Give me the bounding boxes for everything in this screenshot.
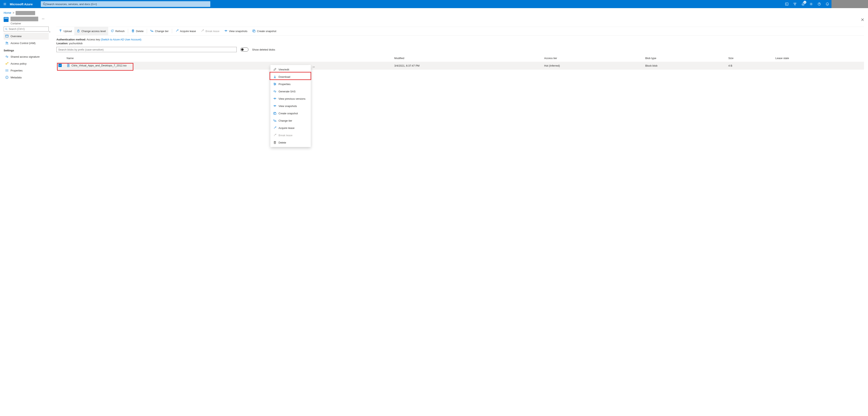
column-header[interactable]: Blob type [643, 55, 726, 62]
download-icon [273, 75, 277, 78]
feedback-button[interactable] [823, 0, 832, 8]
cell-blob-type: Block blob [643, 62, 726, 70]
context-menu: View/edit Download Properties Generate S… [270, 65, 311, 81]
blob-search-input[interactable] [56, 47, 237, 52]
sidebar-item-label: Properties [10, 69, 23, 72]
sidebar-item-access-control-iam-[interactable]: Access Control (IAM) [4, 39, 49, 47]
cell-size: 4 B [726, 62, 773, 70]
close-blade-button[interactable] [861, 18, 864, 22]
toolbar-button-label: Delete [136, 30, 144, 33]
sidebar: « Overview Access Control (IAM) Settings… [0, 27, 52, 81]
toolbar-separator [172, 29, 172, 33]
content: Upload Change access level Refresh Delet… [52, 27, 868, 81]
notifications-button[interactable]: 4 [799, 0, 807, 8]
global-search-input[interactable] [46, 3, 208, 6]
properties-icon [5, 69, 8, 72]
cell-access-tier: Hot (Inferred) [542, 62, 643, 70]
location-value: yuchunblob [69, 42, 83, 45]
toolbar-button-label: Refresh [115, 30, 125, 33]
cloud-shell-button[interactable] [783, 0, 791, 8]
column-header[interactable]: Lease state [773, 55, 864, 62]
breadcrumb-home[interactable]: Home [4, 11, 11, 14]
auth-method-line: Authentication method: Access key (Switc… [56, 38, 864, 41]
blob-table: NameModifiedAccess tierBlob typeSizeLeas… [56, 55, 864, 70]
show-deleted-label: Show deleted blobs [252, 48, 275, 51]
switch-auth-link[interactable]: (Switch to Azure AD User Account) [101, 38, 141, 41]
filter-icon [793, 2, 797, 6]
hamburger-icon [3, 2, 6, 6]
break-lease-icon [201, 29, 204, 32]
directory-filter-button[interactable] [791, 0, 799, 8]
pencil-icon [273, 68, 277, 71]
toolbar-button-label: Create snapshot [257, 30, 276, 33]
change-access-level-button[interactable]: Change access level [74, 27, 108, 35]
cloud-shell-icon [785, 2, 788, 6]
search-icon [5, 28, 7, 30]
tier-icon [150, 29, 153, 32]
page-title-redacted [10, 17, 38, 21]
gear-icon [809, 2, 813, 6]
page-header: Container … [0, 17, 868, 27]
lease-icon [176, 29, 179, 32]
snapshot-icon [252, 29, 255, 32]
sidebar-item-label: Metadata [10, 76, 22, 79]
sidebar-item-label: Access policy [10, 62, 27, 65]
collapse-sidebar-button[interactable]: « [49, 30, 50, 33]
settings-button[interactable] [807, 0, 815, 8]
context-download[interactable]: Download [270, 73, 311, 80]
view-icon [224, 29, 227, 32]
context-view-edit[interactable]: View/edit [270, 66, 311, 73]
acquire-lease-button[interactable]: Acquire lease [173, 27, 198, 35]
break-lease-button: Break lease [198, 27, 222, 35]
sidebar-item-metadata[interactable]: Metadata [4, 74, 49, 81]
sidebar-search[interactable] [4, 27, 49, 31]
header-more-button[interactable]: … [42, 17, 44, 20]
sidebar-item-properties[interactable]: Properties [4, 67, 49, 74]
view-snapshots-button[interactable]: View snapshots [222, 27, 250, 35]
blob-name: Citrix_Virtual_Apps_and_Desktops_7_2012.… [71, 64, 127, 67]
sidebar-item-label: Overview [10, 35, 22, 38]
overview-icon [5, 34, 8, 38]
key-icon [5, 62, 8, 65]
upload-button[interactable]: Upload [56, 27, 74, 35]
change-tier-button[interactable]: Change tier [148, 27, 171, 35]
sidebar-item-overview[interactable]: Overview [4, 33, 49, 39]
sidebar-search-input[interactable] [7, 28, 47, 30]
column-header[interactable]: Modified [392, 55, 542, 62]
cell-modified: 3/4/2021, 6:37:47 PM [392, 62, 542, 70]
toolbar-button-label: Change access level [82, 30, 106, 33]
table-row[interactable]: Citrix_Virtual_Apps_and_Desktops_7_2012.… [56, 62, 864, 70]
location-label: Location: [56, 42, 68, 45]
trash-icon [131, 29, 134, 32]
context-properties[interactable]: Properties [270, 80, 311, 81]
auth-value: Access key [87, 38, 100, 41]
row-more-button[interactable]: ··· [313, 65, 315, 68]
row-checkbox[interactable] [59, 64, 62, 67]
hamburger-menu[interactable] [0, 0, 10, 8]
toolbar: Upload Change access level Refresh Delet… [56, 27, 864, 35]
lock-icon [77, 29, 80, 32]
topbar: Microsoft Azure 4 [0, 0, 868, 8]
sidebar-item-access-policy[interactable]: Access policy [4, 60, 49, 67]
context-item-label: View/edit [279, 68, 289, 71]
cell-lease-state [773, 62, 864, 70]
delete-button[interactable]: Delete [129, 27, 146, 35]
help-button[interactable] [815, 0, 823, 8]
column-header[interactable]: Size [726, 55, 773, 62]
container-icon [4, 17, 8, 22]
search-icon [43, 2, 46, 6]
help-icon [818, 2, 821, 6]
link-icon [5, 55, 8, 58]
global-search[interactable] [41, 1, 210, 7]
create-snapshot-button[interactable]: Create snapshot [250, 27, 279, 35]
account-area-redacted[interactable] [832, 0, 868, 8]
column-header[interactable]: Access tier [542, 55, 643, 62]
refresh-button[interactable]: Refresh [108, 27, 127, 35]
info-icon [5, 76, 8, 79]
toolbar-button-label: View snapshots [229, 30, 247, 33]
brand-label[interactable]: Microsoft Azure [10, 2, 41, 6]
sidebar-item-shared-access-signature[interactable]: Shared access signature [4, 53, 49, 60]
show-deleted-toggle[interactable] [240, 48, 248, 52]
breadcrumb-item-redacted[interactable] [16, 11, 35, 15]
column-header[interactable]: Name [65, 55, 392, 62]
